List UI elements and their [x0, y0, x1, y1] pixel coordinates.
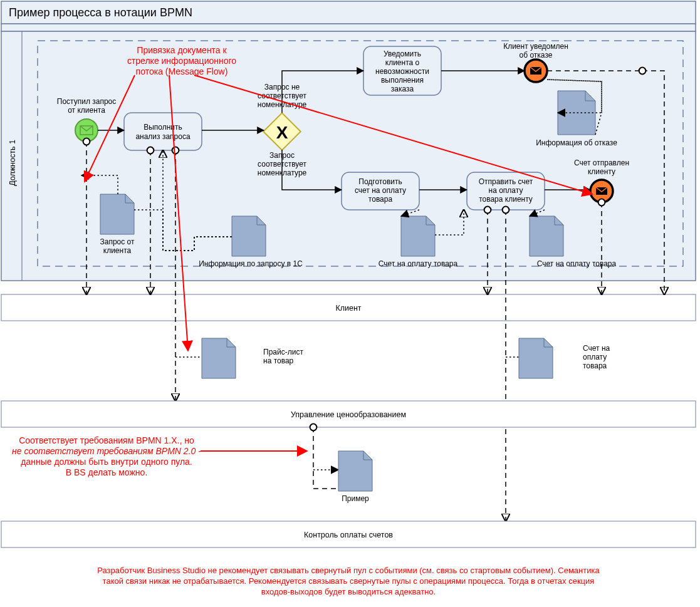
task-notify-l3: невозможности [375, 67, 429, 76]
annotation-3-l1: Разработчик Business Studio не рекоменду… [97, 566, 600, 575]
task-notify-l4: выполнения [381, 76, 424, 85]
end-refused-l1: Клиент уведомлен [503, 42, 568, 51]
start-event[interactable] [75, 119, 98, 142]
data-info1c[interactable] [232, 216, 266, 256]
lane-label: Должность 1 [8, 140, 17, 186]
annotation-2-l2: не соответствует требованиям BPMN 2.0 - [12, 446, 201, 456]
task-prepare-l1: Подготовить [358, 177, 402, 186]
start-event-label-2: от клиента [68, 106, 105, 115]
task-analyze-l1: Выполнить [144, 123, 182, 132]
pool-control-label: Контроль оплаты счетов [304, 531, 393, 539]
data-example-l1: Пример [342, 494, 369, 503]
task-notify-l1: Уведомить [384, 49, 421, 58]
pool-client-label: Клиент [335, 304, 361, 313]
data-invoice2[interactable] [530, 216, 563, 256]
task-notify-l5: заказа [391, 85, 414, 93]
data-request-l1: Запрос от [100, 237, 135, 246]
data-invoice-ext-l3: товара [583, 361, 607, 370]
annotation-1-l1: Привязка документа к [137, 45, 227, 55]
task-analyze-l2: анализ запроса [135, 132, 191, 141]
annotation-3-l2: такой связи никак не отрабатывается. Рек… [103, 576, 595, 586]
data-invoice2-l1: Счет на оплату товара [537, 259, 617, 268]
annotation-2-l4: В BS делать можно. [66, 467, 148, 477]
task-prepare-l3: товара [368, 195, 393, 204]
start-event-label-1: Поступил запрос [57, 97, 117, 106]
task-send-l2: на оплату [489, 186, 523, 195]
data-info1c-l1: Информация по запросу в 1С [199, 259, 303, 268]
task-notify-l2: клиента о [385, 58, 420, 67]
task-prepare-l2: счет на оплату [355, 186, 406, 195]
data-example[interactable] [338, 451, 372, 491]
task-send-l1: Отправить счет [479, 177, 533, 186]
data-pricelist-l1: Прайс-лист [263, 348, 303, 356]
annotation-1-l2: стрелке информационного [127, 56, 236, 66]
msg-example-dash [313, 427, 338, 489]
annotation-2-l3: данные должны быть внутри одного пула. [21, 457, 192, 467]
end-refused-l2: об отказе [520, 51, 553, 60]
annotation-1-l3: потока (Message Flow) [136, 66, 228, 76]
end-sent-l2: клиенту [588, 167, 615, 176]
end-event-refused[interactable] [525, 60, 547, 82]
end-sent-l1: Счет отправлен [574, 158, 629, 167]
data-pricelist-l2: на товар [263, 356, 294, 365]
pool-pricing-label: Управление ценообразованием [291, 410, 406, 419]
end-event-sent[interactable] [590, 180, 613, 202]
svg-point-1 [75, 119, 98, 142]
data-pricelist[interactable] [202, 338, 236, 378]
annotation-2-l1: Соответствует требованиям BPMN 1.X., но [19, 435, 194, 445]
data-invoice-ext-l2: оплату [583, 353, 607, 361]
data-request-l2: клиента [103, 246, 132, 255]
task-send-l3: товара клиенту [479, 195, 533, 204]
data-invoice-ext[interactable] [519, 338, 553, 378]
data-refusal-l1: Информация об отказе [536, 138, 617, 147]
data-invoice1[interactable] [401, 216, 435, 256]
data-request[interactable] [100, 194, 134, 234]
task-analyze[interactable] [124, 113, 202, 150]
pool-title: Пример процесса в нотации BPMN [9, 6, 192, 19]
data-invoice1-l1: Счет на оплату товара [379, 259, 458, 268]
annotation-3-l3: входов-выходов будет выводиться адекватн… [261, 587, 436, 596]
pool-subbar [1, 24, 696, 31]
svg-text:X: X [276, 123, 288, 142]
data-invoice-ext-l1: Счет на [583, 344, 610, 353]
